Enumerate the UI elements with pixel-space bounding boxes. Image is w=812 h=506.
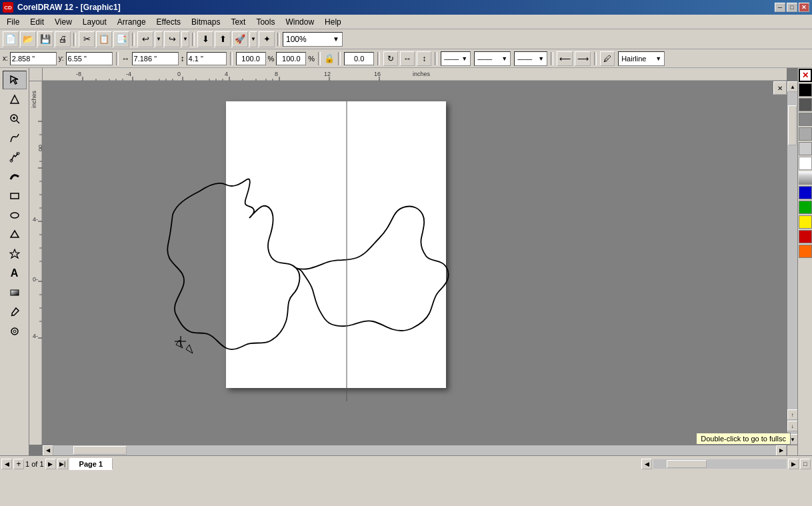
scroll-left-btn[interactable]: ◀	[43, 445, 53, 456]
export-button[interactable]: ⬆	[215, 31, 231, 47]
paste-button[interactable]: 📑	[113, 31, 129, 47]
zoom-control[interactable]: 100% ▼	[283, 32, 343, 47]
scroll-track-v[interactable]: ↑ ↓	[787, 92, 797, 434]
color-green[interactable]	[799, 201, 812, 214]
pen-tool[interactable]	[3, 148, 27, 167]
menu-file[interactable]: File	[1, 16, 25, 28]
polygon-tool[interactable]	[3, 225, 27, 244]
menu-edit[interactable]: Edit	[25, 16, 49, 28]
freehand-tool[interactable]	[3, 129, 27, 147]
x-input[interactable]	[10, 52, 57, 65]
color-yellow[interactable]	[799, 215, 812, 229]
color-black[interactable]	[799, 83, 812, 97]
page-add-btn[interactable]: +	[13, 459, 24, 469]
app-launcher[interactable]: 🚀	[232, 31, 248, 47]
line-style-1[interactable]: —— ▼	[441, 51, 471, 66]
menu-view[interactable]: View	[49, 16, 77, 28]
eyedropper-tool[interactable]	[3, 303, 27, 321]
scroll-thumb-v[interactable]	[788, 105, 797, 145]
nav-up-btn[interactable]: ↑	[787, 409, 798, 420]
pick-tool[interactable]	[3, 71, 27, 89]
menu-arrange[interactable]: Arrange	[112, 16, 151, 28]
scroll-up-btn[interactable]: ▲	[787, 81, 797, 92]
mirror-h-btn[interactable]: ↔	[400, 51, 415, 66]
rectangle-tool[interactable]	[3, 187, 27, 205]
page-tab-1[interactable]: Page 1	[69, 458, 113, 470]
bottom-scrollbar[interactable]: ◀ ▶	[43, 445, 787, 455]
nav-down-btn[interactable]: ↓	[787, 421, 798, 431]
copy-button[interactable]: 📋	[96, 31, 112, 47]
import-button[interactable]: ⬇	[197, 31, 213, 47]
scroll-h-left[interactable]: ◀	[641, 459, 652, 469]
save-button[interactable]: 💾	[37, 31, 53, 47]
menu-layout[interactable]: Layout	[77, 16, 112, 28]
line-style-2[interactable]: —— ▼	[474, 51, 511, 66]
text-tool[interactable]: A	[3, 264, 27, 283]
page-canvas-area[interactable]: ✕	[43, 81, 787, 445]
arrowhead-start[interactable]: ⟵	[557, 51, 573, 66]
open-button[interactable]: 📂	[20, 31, 36, 47]
angle-input[interactable]	[344, 52, 374, 65]
new-button[interactable]: 📄	[3, 31, 19, 47]
ellipse-tool[interactable]	[3, 206, 27, 225]
scale-x-input[interactable]	[236, 52, 266, 65]
scroll-track-h[interactable]	[53, 445, 776, 455]
color-blue[interactable]	[799, 186, 812, 199]
scroll-thumb-h[interactable]	[73, 446, 127, 455]
scale-y-input[interactable]	[276, 52, 306, 65]
zoom-tool[interactable]	[3, 109, 27, 128]
menu-bitmaps[interactable]: Bitmaps	[186, 16, 225, 28]
welcome-button[interactable]: ✦	[259, 31, 275, 47]
navigator-icon[interactable]: ✕	[773, 81, 787, 95]
page-last-btn[interactable]: ▶|	[57, 459, 68, 469]
menu-tools[interactable]: Tools	[251, 16, 280, 28]
page-next-btn[interactable]: ▶	[45, 459, 56, 469]
undo-dropdown[interactable]: ▼	[155, 31, 163, 47]
color-gradient1[interactable]	[799, 171, 812, 185]
print-button[interactable]: 🖨	[55, 31, 71, 47]
maximize-button[interactable]: □	[787, 3, 797, 12]
h-scrollbar-mini[interactable]	[653, 459, 787, 469]
rotate-btn[interactable]: ↻	[383, 51, 398, 66]
scroll-right-btn[interactable]: ▶	[776, 445, 787, 456]
outline-tool[interactable]	[3, 322, 27, 341]
canvas-area[interactable]: -8 -4 0 4 8 12 16 inches	[29, 68, 797, 455]
cut-button[interactable]: ✂	[79, 31, 95, 47]
color-verylightgray[interactable]	[799, 142, 812, 155]
arrowhead-end[interactable]: ⟶	[575, 51, 591, 66]
redo-dropdown[interactable]: ▼	[181, 31, 189, 47]
right-scrollbar[interactable]: ▲ ↑ ↓ ▼	[787, 81, 797, 445]
line-style-3[interactable]: —— ▼	[514, 51, 547, 66]
app-launcher-dropdown[interactable]: ▼	[249, 31, 257, 47]
scroll-h-right[interactable]: ▶	[788, 459, 799, 469]
page-first-btn[interactable]: ◀	[1, 459, 12, 469]
star-tool[interactable]	[3, 245, 27, 263]
height-input[interactable]	[187, 52, 227, 65]
shape-tool[interactable]	[3, 90, 27, 109]
minimize-button[interactable]: ─	[775, 3, 785, 12]
menu-text[interactable]: Text	[225, 16, 251, 28]
interactive-fill[interactable]	[3, 283, 27, 302]
color-lightgray[interactable]	[799, 127, 812, 141]
y-input[interactable]	[66, 52, 113, 65]
color-medgray[interactable]	[799, 113, 812, 126]
mirror-v-btn[interactable]: ↕	[417, 51, 431, 66]
redo-button[interactable]: ↪	[164, 31, 180, 47]
artistic-tool[interactable]	[3, 167, 27, 186]
nav-square-btn[interactable]: □	[800, 459, 811, 469]
color-darkgray[interactable]	[799, 98, 812, 111]
width-input[interactable]	[132, 52, 179, 65]
hairline-dropdown[interactable]: Hairline ▼	[618, 51, 665, 66]
color-red[interactable]	[799, 230, 812, 243]
undo-button[interactable]: ↩	[137, 31, 153, 47]
menu-help[interactable]: Help	[319, 16, 347, 28]
zoom-dropdown-arrow[interactable]: ▼	[333, 35, 339, 43]
pen-btn[interactable]: 🖊	[600, 51, 615, 66]
menu-window[interactable]: Window	[280, 16, 319, 28]
color-white[interactable]	[799, 157, 812, 170]
close-button[interactable]: ✕	[799, 3, 809, 12]
h-scrollbar-mini-thumb[interactable]	[667, 460, 707, 468]
menu-effects[interactable]: Effects	[151, 16, 186, 28]
no-color-btn[interactable]: ✕	[799, 69, 812, 82]
color-orange[interactable]	[799, 245, 812, 258]
